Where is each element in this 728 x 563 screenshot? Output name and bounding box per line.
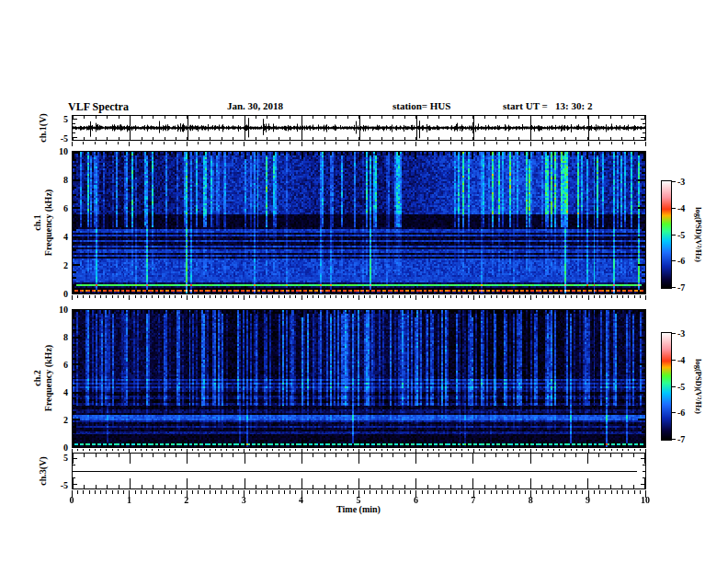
- colorbar-ch2-gradient: [662, 333, 671, 440]
- x-tick-label: 6: [414, 495, 418, 505]
- colorbar-tick-label: -6: [677, 256, 685, 266]
- station-label: station= HUS: [392, 100, 450, 111]
- colorbar-tick: [672, 360, 676, 361]
- ch1-frequency-axis-label: ch.1 Frequency (kHz): [32, 190, 54, 256]
- colorbar-ch1: [661, 180, 672, 289]
- ch1-spectrogram-outer-ticks: [72, 295, 646, 301]
- y-tick-label: 5: [63, 113, 68, 123]
- colorbar-tick: [672, 287, 676, 288]
- ch1-waveform-panel: [72, 115, 646, 141]
- colorbar-tick-label: -4: [677, 202, 685, 213]
- colorbar-tick: [672, 386, 676, 387]
- ch1-voltage-axis-label: ch.1(V): [38, 113, 49, 142]
- colorbar-ch2: [661, 332, 672, 441]
- y-tick-label: 6: [63, 203, 68, 213]
- y-tick-label: 2: [63, 260, 68, 270]
- y-tick-label: 4: [63, 232, 68, 242]
- colorbar-tick: [672, 260, 676, 261]
- y-tick-label: 8: [63, 332, 68, 342]
- colorbar-tick: [672, 208, 676, 209]
- x-tick-label: 9: [586, 495, 590, 505]
- colorbar-ch1-title: log(PSD)(V²/Hz): [694, 207, 703, 262]
- colorbar-ch2-title: log(PSD)(V²/Hz): [694, 359, 703, 414]
- x-tick-label: 8: [529, 495, 533, 505]
- y-tick-label: 2: [63, 415, 68, 425]
- colorbar-ch1-gradient: [662, 181, 671, 288]
- colorbar-tick-label: -3: [677, 177, 685, 187]
- y-tick-label: 5: [63, 453, 68, 463]
- colorbar-tick: [672, 412, 676, 413]
- plot-date: Jan. 30, 2018: [227, 100, 283, 111]
- plot-title: VLF Spectra: [68, 100, 129, 114]
- y-tick-label: 10: [59, 146, 68, 156]
- colorbar-tick-label: -6: [677, 408, 685, 418]
- colorbar-tick: [672, 235, 676, 236]
- y-tick-label: 4: [63, 387, 68, 397]
- x-tick-label: 3: [242, 495, 246, 505]
- x-tick-label: 10: [641, 495, 650, 505]
- vlf-spectra-plot: VLF Spectra Jan. 30, 2018 station= HUS s…: [0, 0, 728, 563]
- y-tick-label: 8: [63, 175, 68, 185]
- x-tick-label: 0: [70, 495, 74, 505]
- ch2-spectrogram-canvas: [73, 310, 645, 447]
- x-tick-label: 7: [471, 495, 475, 505]
- ch3-waveform-panel: [72, 453, 646, 489]
- start-ut-label: start UT = 13: 30: 2: [503, 100, 592, 111]
- y-tick-label: 6: [63, 360, 68, 370]
- time-axis-title: Time (min): [336, 504, 381, 514]
- x-tick-label: 4: [299, 495, 303, 505]
- ch3-voltage-axis-label: ch.3(V): [38, 456, 49, 485]
- colorbar-tick-label: -7: [677, 434, 685, 444]
- colorbar-tick: [672, 181, 676, 182]
- y-tick-label: -5: [61, 480, 68, 490]
- ch1-spectrogram-canvas: [73, 152, 645, 293]
- ch1-waveform-outer-ticks: [72, 142, 646, 147]
- ch2-spectrogram-panel: [72, 309, 646, 448]
- ch1-spectrogram-panel: [72, 151, 646, 294]
- colorbar-tick-label: -5: [677, 229, 685, 239]
- ch2-frequency-axis-label: ch.2 Frequency (kHz): [32, 345, 54, 411]
- y-tick-label: 10: [59, 304, 68, 315]
- x-tick-label: 2: [184, 495, 188, 505]
- colorbar-tick-label: -5: [677, 381, 685, 391]
- ch1-waveform-canvas: [73, 116, 645, 140]
- colorbar-tick-label: -7: [677, 282, 685, 293]
- x-tick-label: 5: [357, 495, 361, 505]
- colorbar-tick: [672, 439, 676, 440]
- y-tick-label: 0: [63, 289, 68, 299]
- y-tick-label: -5: [61, 132, 68, 143]
- ch3-waveform-canvas: [73, 454, 645, 488]
- y-tick-label: 0: [63, 442, 68, 453]
- colorbar-tick-label: -4: [677, 354, 685, 364]
- x-tick-label: 1: [127, 495, 131, 505]
- colorbar-tick-label: -3: [677, 328, 685, 339]
- ch2-spectrogram-outer-ticks: [72, 449, 646, 453]
- colorbar-tick: [672, 333, 676, 334]
